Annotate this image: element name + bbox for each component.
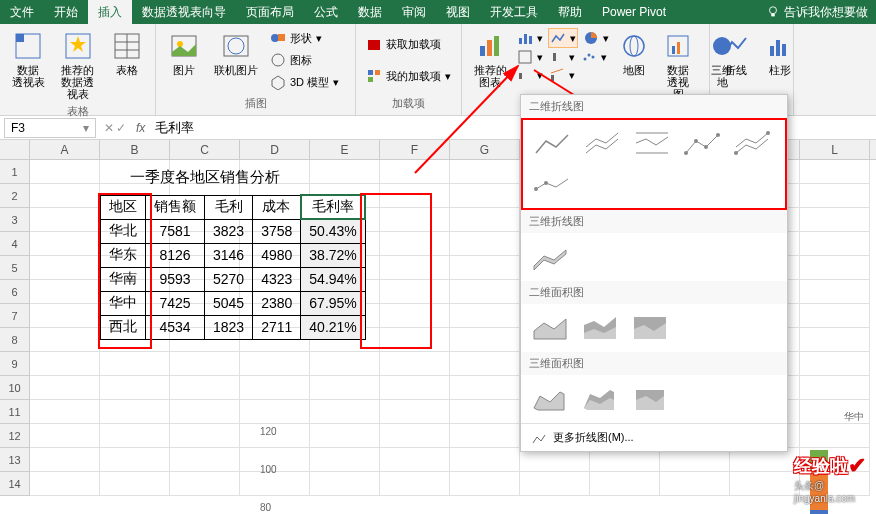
- tab-pagelayout[interactable]: 页面布局: [236, 0, 304, 24]
- stacked-area-option[interactable]: [577, 310, 623, 346]
- cell[interactable]: [800, 304, 870, 328]
- cell[interactable]: [800, 376, 870, 400]
- cell[interactable]: [30, 160, 100, 184]
- cell[interactable]: [30, 232, 100, 256]
- cell[interactable]: [100, 448, 170, 472]
- row-header[interactable]: 10: [0, 376, 30, 400]
- cell[interactable]: [450, 304, 520, 328]
- more-line-charts[interactable]: 更多折线图(M)...: [521, 423, 787, 451]
- my-addins-button[interactable]: 我的加载项 ▾: [362, 66, 455, 86]
- row-header[interactable]: 9: [0, 352, 30, 376]
- cell[interactable]: [800, 280, 870, 304]
- shapes-button[interactable]: 形状 ▾: [266, 28, 343, 48]
- cell[interactable]: [170, 352, 240, 376]
- cell[interactable]: [800, 184, 870, 208]
- row-header[interactable]: 11: [0, 400, 30, 424]
- column-chart-button[interactable]: ▾: [516, 28, 544, 48]
- table-header[interactable]: 成本: [253, 195, 301, 219]
- cell[interactable]: [100, 472, 170, 496]
- select-all-corner[interactable]: [0, 140, 30, 159]
- col-header[interactable]: A: [30, 140, 100, 159]
- col-header[interactable]: D: [240, 140, 310, 159]
- col-header[interactable]: B: [100, 140, 170, 159]
- cell[interactable]: [240, 352, 310, 376]
- 3d-stacked-area-option[interactable]: [577, 381, 623, 417]
- tab-review[interactable]: 审阅: [392, 0, 436, 24]
- pct-area-option[interactable]: [627, 310, 673, 346]
- statistic-chart-button[interactable]: ▾: [548, 48, 576, 66]
- cell[interactable]: [30, 472, 100, 496]
- stacked-line-option[interactable]: [579, 126, 625, 162]
- cell[interactable]: [800, 352, 870, 376]
- name-box[interactable]: F3 ▾: [4, 118, 96, 138]
- cell[interactable]: [30, 304, 100, 328]
- tab-insert[interactable]: 插入: [88, 0, 132, 24]
- tab-help[interactable]: 帮助: [548, 0, 592, 24]
- cell[interactable]: [450, 472, 520, 496]
- cell[interactable]: [30, 280, 100, 304]
- col-header[interactable]: E: [310, 140, 380, 159]
- cell[interactable]: [450, 376, 520, 400]
- cell[interactable]: [520, 472, 590, 496]
- cell[interactable]: [310, 160, 380, 184]
- icons-button[interactable]: 图标: [266, 50, 343, 70]
- cell[interactable]: [380, 472, 450, 496]
- line-chart-button[interactable]: ▾: [548, 28, 578, 48]
- tab-data[interactable]: 数据: [348, 0, 392, 24]
- cell[interactable]: [30, 400, 100, 424]
- cell[interactable]: [30, 448, 100, 472]
- cell[interactable]: [450, 256, 520, 280]
- cell[interactable]: [450, 448, 520, 472]
- tab-file[interactable]: 文件: [0, 0, 44, 24]
- enter-formula-button[interactable]: ✓: [116, 121, 126, 135]
- sparkline-line-button[interactable]: 折线: [716, 28, 756, 78]
- cell[interactable]: [450, 208, 520, 232]
- cell[interactable]: [660, 472, 730, 496]
- cell[interactable]: [380, 424, 450, 448]
- scatter-chart-button[interactable]: ▾: [580, 48, 608, 66]
- cell[interactable]: [380, 352, 450, 376]
- tab-home[interactable]: 开始: [44, 0, 88, 24]
- waterfall-chart-button[interactable]: ▾: [516, 66, 544, 84]
- 3d-area-option[interactable]: [527, 381, 573, 417]
- cell[interactable]: [450, 184, 520, 208]
- col-header[interactable]: G: [450, 140, 520, 159]
- sparkline-col-button[interactable]: 柱形: [760, 28, 800, 78]
- cell[interactable]: [450, 232, 520, 256]
- recommend-pivot-button[interactable]: 推荐的 数据透视表: [54, 28, 101, 102]
- cell[interactable]: [170, 472, 240, 496]
- cell[interactable]: [590, 472, 660, 496]
- cell[interactable]: [100, 424, 170, 448]
- row-header[interactable]: 14: [0, 472, 30, 496]
- cell[interactable]: [800, 232, 870, 256]
- row-header[interactable]: 12: [0, 424, 30, 448]
- line-chart-option[interactable]: [529, 126, 575, 162]
- 3d-line-option[interactable]: [527, 239, 573, 275]
- tab-developer[interactable]: 开发工具: [480, 0, 548, 24]
- maps-button[interactable]: 地图: [614, 28, 654, 102]
- row-header[interactable]: 1: [0, 160, 30, 184]
- tab-formulas[interactable]: 公式: [304, 0, 348, 24]
- cell[interactable]: [450, 424, 520, 448]
- tab-pivotguide[interactable]: 数据透视表向导: [132, 0, 236, 24]
- pct-line-markers-option[interactable]: [529, 166, 575, 202]
- cell[interactable]: [30, 424, 100, 448]
- pivotchart-button[interactable]: 数据透视图: [658, 28, 698, 102]
- cell[interactable]: [170, 400, 240, 424]
- table-header[interactable]: 销售额: [146, 195, 205, 219]
- cell[interactable]: [310, 448, 380, 472]
- cell[interactable]: [30, 352, 100, 376]
- cell[interactable]: [380, 376, 450, 400]
- row-header[interactable]: 2: [0, 184, 30, 208]
- row-header[interactable]: 6: [0, 280, 30, 304]
- 3dmodel-button[interactable]: 3D 模型 ▾: [266, 72, 343, 92]
- row-header[interactable]: 13: [0, 448, 30, 472]
- cell[interactable]: [800, 160, 870, 184]
- cell[interactable]: [170, 448, 240, 472]
- col-header[interactable]: C: [170, 140, 240, 159]
- cell[interactable]: [800, 208, 870, 232]
- pie-chart-button[interactable]: ▾: [582, 28, 610, 48]
- row-header[interactable]: 4: [0, 232, 30, 256]
- cell[interactable]: [170, 376, 240, 400]
- recommended-charts-button[interactable]: 推荐的 图表: [468, 28, 512, 102]
